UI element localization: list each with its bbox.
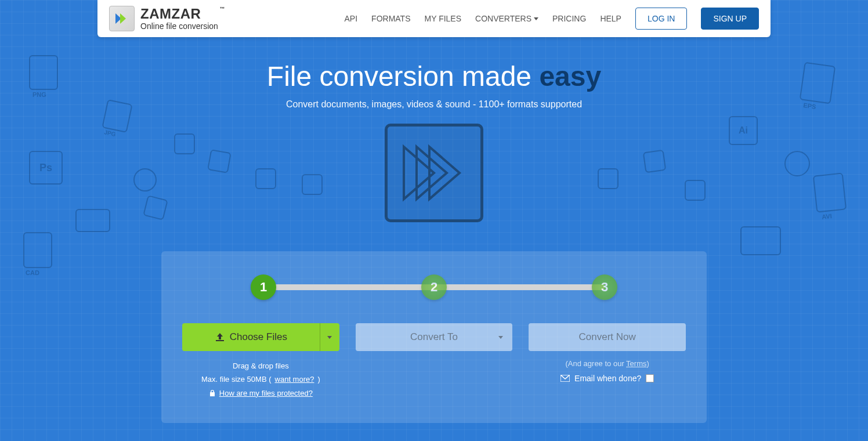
- logo[interactable]: ZAMZAR™ Online file conversion: [109, 6, 218, 31]
- lock-icon: [209, 389, 216, 397]
- step-3: 3: [592, 274, 617, 300]
- nav-api[interactable]: API: [345, 14, 358, 23]
- email-when-done-label: Email when done?: [574, 374, 641, 383]
- nav-converters[interactable]: CONVERTERS: [475, 14, 538, 23]
- envelope-icon: [560, 375, 570, 382]
- maxsize-hint: Max. file size 50MB (want more?): [182, 373, 339, 386]
- hero-arrows-icon: [385, 124, 483, 222]
- logo-icon: [109, 6, 135, 31]
- hero-subtitle: Convert documents, images, videos & soun…: [0, 99, 868, 110]
- drag-drop-hint: Drag & drop files: [182, 359, 339, 373]
- convert-now-button[interactable]: Convert Now: [529, 323, 686, 351]
- upload-icon: [215, 332, 225, 342]
- convert-to-select[interactable]: Convert To: [356, 323, 513, 351]
- chevron-down-icon: [327, 336, 332, 339]
- choose-files-dropdown[interactable]: [320, 323, 339, 351]
- login-button[interactable]: LOG IN: [635, 8, 687, 30]
- want-more-link[interactable]: want more?: [275, 373, 314, 386]
- step-indicator: 1 2 3: [182, 274, 686, 300]
- hero: File conversion made easy Convert docume…: [0, 60, 868, 222]
- choose-files-button[interactable]: Choose Files: [182, 323, 320, 351]
- nav-myfiles[interactable]: MY FILES: [425, 14, 462, 23]
- navbar: ZAMZAR™ Online file conversion API FORMA…: [97, 0, 771, 37]
- signup-button[interactable]: SIGN UP: [701, 8, 759, 30]
- nav-pricing[interactable]: PRICING: [552, 14, 586, 23]
- nav-help[interactable]: HELP: [600, 14, 621, 23]
- chevron-down-icon: [534, 17, 538, 20]
- terms-link[interactable]: Terms: [626, 359, 646, 368]
- converter-panel: 1 2 3 Choose Files Drag & drop files Max…: [161, 251, 707, 423]
- files-protected-link[interactable]: How are my files protected?: [219, 386, 313, 400]
- hero-title: File conversion made easy: [0, 60, 868, 92]
- step-2: 2: [421, 274, 447, 300]
- brand-name: ZAMZAR™: [140, 6, 218, 21]
- chevron-down-icon: [498, 336, 503, 339]
- nav-formats[interactable]: FORMATS: [371, 14, 410, 23]
- terms-agree: (And agree to our Terms): [529, 359, 686, 368]
- step-1: 1: [251, 274, 276, 300]
- email-when-done-checkbox[interactable]: [646, 374, 654, 382]
- brand-tagline: Online file conversion: [140, 22, 218, 31]
